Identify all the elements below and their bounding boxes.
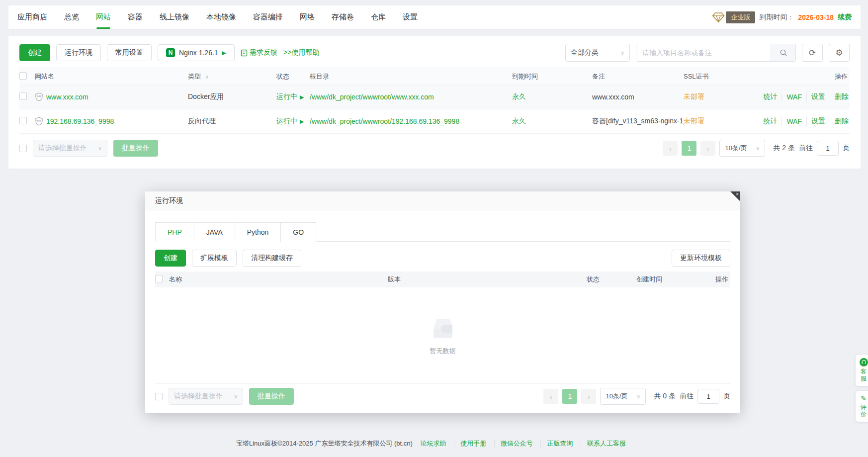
category-select[interactable]: 全部分类 ∨ — [565, 44, 630, 62]
tab-php[interactable]: PHP — [155, 222, 194, 242]
search-button[interactable] — [771, 44, 795, 61]
env-create-button[interactable]: 创建 — [155, 250, 186, 267]
clean-cache-button[interactable]: 清理构建缓存 — [243, 250, 301, 267]
batch-action-select[interactable]: 请选择批量操作 ∨ — [33, 140, 107, 157]
nav-item-local-image[interactable]: 本地镜像 — [206, 5, 236, 29]
action-stats[interactable]: 统计 — [759, 117, 781, 126]
action-settings[interactable]: 设置 — [806, 92, 830, 101]
expire-cell[interactable]: 永久 — [512, 117, 592, 126]
remark-cell[interactable]: 容器[dify_v113_sm63-nginx-1]的 — [592, 117, 684, 126]
site-name-link[interactable]: 192.168.69.136_9998 — [46, 117, 114, 125]
tab-java[interactable]: JAVA — [194, 222, 235, 242]
customer-service-button[interactable]: 客服 — [855, 354, 868, 386]
footer-link-wechat[interactable]: 微信公众号 — [494, 440, 539, 447]
update-template-button[interactable]: 更新环境模板 — [672, 250, 730, 267]
goto-page-input[interactable] — [817, 141, 839, 156]
env-goto-label: 前往 — [680, 392, 694, 401]
site-name-cell: WAF www.xxx.com — [35, 92, 188, 101]
status-cell[interactable]: 运行中 ▶ — [276, 117, 310, 126]
extend-template-button[interactable]: 扩展模板 — [192, 250, 237, 267]
remark-cell[interactable]: www.xxx.com — [592, 93, 684, 101]
status-cell[interactable]: 运行中 ▶ — [276, 92, 310, 101]
env-batch-apply-button[interactable]: 批量操作 — [249, 388, 294, 405]
common-settings-button[interactable]: 常用设置 — [107, 44, 152, 61]
create-button[interactable]: 创建 — [19, 44, 50, 61]
env-goto-suffix: 页 — [723, 392, 730, 401]
batch-select-all-checkbox[interactable] — [19, 145, 27, 152]
modal-close-button[interactable] — [730, 191, 740, 201]
env-page-size-value: 10条/页 — [606, 392, 627, 401]
runtime-button[interactable]: 运行环境 — [56, 44, 101, 61]
env-next-page-button[interactable]: › — [581, 389, 596, 404]
nginx-service-button[interactable]: N Nginx 1.26.1 ▶ — [158, 44, 235, 61]
nav-item-overview[interactable]: 总览 — [64, 5, 79, 29]
category-value: 全部分类 — [571, 48, 599, 57]
action-stats[interactable]: 统计 — [759, 92, 781, 101]
type-cell: 反向代理 — [188, 117, 276, 126]
ssl-status-link[interactable]: 未部署 — [684, 117, 753, 126]
action-settings[interactable]: 设置 — [806, 117, 830, 126]
review-button[interactable]: ✎ 评价 — [855, 390, 868, 422]
nav-item-settings[interactable]: 设置 — [403, 5, 418, 29]
select-all-checkbox[interactable] — [19, 72, 27, 80]
renew-link[interactable]: 续费 — [838, 13, 852, 22]
nav-item-online-image[interactable]: 线上镜像 — [160, 5, 189, 29]
env-goto-page-input[interactable] — [697, 389, 719, 404]
nav-item-website[interactable]: 网站 — [96, 5, 111, 29]
env-tabs: PHP JAVA Python GO — [155, 222, 730, 242]
goto-suffix: 页 — [843, 144, 850, 153]
page-size-select[interactable]: 10条/页 ∨ — [719, 140, 765, 157]
root-path-link[interactable]: /www/dk_project/wwwroot/www.xxx.com — [310, 93, 512, 101]
action-waf[interactable]: WAF — [781, 93, 806, 101]
nav-item-repo[interactable]: 仓库 — [371, 5, 386, 29]
nginx-version-label: Nginx 1.26.1 — [179, 49, 218, 57]
action-delete[interactable]: 删除 — [830, 92, 850, 101]
feedback-icon — [241, 49, 248, 57]
table-settings-button[interactable]: ⚙ — [829, 44, 850, 62]
page-number[interactable]: 1 — [682, 141, 696, 156]
nav-item-volume[interactable]: 存储卷 — [332, 5, 354, 29]
env-select-all-checkbox[interactable] — [155, 275, 163, 282]
batch-apply-button[interactable]: 批量操作 — [113, 140, 158, 157]
footer-link-forum[interactable]: 论坛求助 — [415, 440, 452, 447]
tab-go[interactable]: GO — [281, 222, 316, 242]
action-waf[interactable]: WAF — [781, 117, 806, 125]
env-page-number[interactable]: 1 — [562, 389, 577, 404]
nav-item-compose[interactable]: 容器编排 — [253, 5, 283, 29]
prev-page-button[interactable]: ‹ — [663, 141, 678, 156]
goto-label: 前往 — [799, 144, 813, 153]
footer-link-support[interactable]: 联系人工客服 — [581, 440, 632, 447]
svg-text:WAF: WAF — [37, 95, 42, 98]
env-batch-action-select[interactable]: 请选择批量操作 ∨ — [169, 388, 243, 405]
root-path-link[interactable]: /www/dk_project/wwwroot/192.168.69.136_9… — [310, 117, 512, 125]
action-delete[interactable]: 删除 — [830, 117, 850, 126]
tab-python[interactable]: Python — [235, 222, 281, 242]
site-name-link[interactable]: www.xxx.com — [46, 93, 88, 101]
waf-shield-icon[interactable]: WAF — [35, 92, 43, 101]
site-table-header: 网站名 类型∨ 状态 根目录 到期时间 备注 SSL证书 操作 — [19, 68, 850, 85]
waf-shield-icon[interactable]: WAF — [35, 117, 43, 126]
env-header-created: 创建时间 — [636, 275, 691, 284]
ssl-status-link[interactable]: 未部署 — [684, 92, 753, 101]
table-row: WAF www.xxx.com Docker应用 运行中 ▶ /www/dk_p… — [19, 85, 850, 109]
search-input[interactable] — [636, 44, 771, 61]
header-expire: 到期时间 — [512, 72, 592, 81]
sort-icon: ∨ — [205, 74, 209, 80]
row-checkbox[interactable] — [19, 117, 27, 124]
next-page-button[interactable]: › — [700, 141, 715, 156]
gear-icon: ⚙ — [835, 48, 843, 58]
expire-cell[interactable]: 永久 — [512, 92, 592, 101]
env-page-size-select[interactable]: 10条/页 ∨ — [600, 388, 646, 405]
env-prev-page-button[interactable]: ‹ — [543, 389, 558, 404]
env-batch-select-all-checkbox[interactable] — [155, 393, 163, 400]
header-type[interactable]: 类型∨ — [188, 72, 276, 81]
feedback-link[interactable]: 需求反馈 — [241, 48, 277, 57]
nav-item-container[interactable]: 容器 — [128, 5, 143, 29]
refresh-button[interactable]: ⟳ — [802, 44, 823, 62]
footer-link-genuine[interactable]: 正版查询 — [540, 440, 579, 447]
footer-link-manual[interactable]: 使用手册 — [454, 440, 492, 447]
help-link[interactable]: >>使用帮助 — [283, 48, 319, 57]
nav-item-appstore[interactable]: 应用商店 — [17, 5, 47, 29]
row-checkbox[interactable] — [19, 92, 27, 100]
nav-item-network[interactable]: 网络 — [300, 5, 315, 29]
